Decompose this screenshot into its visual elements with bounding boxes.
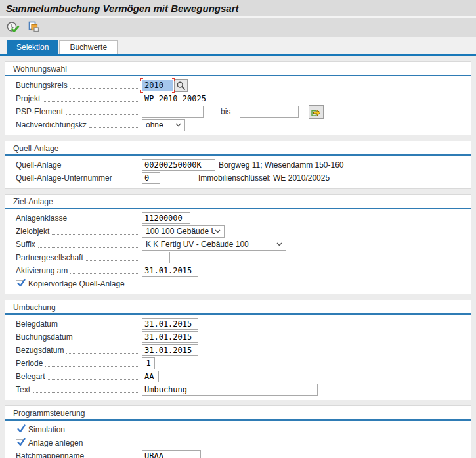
- suffix-select[interactable]: K K Fertig UV - Gebäude 100: [142, 239, 286, 251]
- field-row-projekt: Projekt: [16, 92, 471, 105]
- simulation-checkbox[interactable]: [16, 426, 24, 434]
- focus-corner: [140, 78, 143, 81]
- chevron-down-icon: [276, 242, 282, 246]
- tab-selektion-label: Selektion: [16, 43, 49, 52]
- unternummer-input[interactable]: [142, 172, 160, 184]
- field-row-quell-anlage-unternummer: Quell-Anlage-Unternummer Immobilienschlü…: [16, 172, 471, 185]
- field-row-aktivierung-am: Aktivierung am: [16, 264, 471, 277]
- bezugsdatum-label: Bezugsdatum: [16, 346, 64, 357]
- search-icon: [176, 81, 186, 91]
- dotted-leader: [66, 114, 139, 115]
- execute-icon: [6, 20, 20, 34]
- dotted-leader: [45, 366, 139, 367]
- focus-corner: [172, 78, 175, 81]
- aktivierung-am-input[interactable]: [142, 265, 198, 277]
- text-input[interactable]: [142, 384, 318, 396]
- nachverdichtungskz-value: ohne: [146, 120, 163, 129]
- text-label: Text: [16, 385, 30, 396]
- multiple-selection-icon: [311, 106, 322, 118]
- dotted-leader: [66, 353, 139, 354]
- chevron-down-icon: [175, 123, 181, 127]
- quell-anlage-input[interactable]: [142, 159, 215, 171]
- quell-anlage-label: Quell-Anlage: [16, 160, 61, 172]
- chevron-down-icon: [215, 229, 221, 233]
- field-row-periode: Periode: [16, 357, 471, 370]
- section-title-programmsteuerung: Programmsteuerung: [5, 406, 471, 421]
- belegdatum-input[interactable]: [142, 318, 198, 330]
- field-row-bezugsdatum: Bezugsdatum: [16, 344, 471, 357]
- selection-screen: Wohnungswahl Buchungskreis: [0, 56, 476, 458]
- dotted-leader: [38, 247, 139, 248]
- dotted-leader: [89, 127, 139, 128]
- field-row-buchungskreis: Buchungskreis: [16, 79, 471, 92]
- nachverdichtungskz-select[interactable]: ohne: [142, 119, 185, 131]
- field-row-quell-anlage: Quell-Anlage Borgweg 11; Wiesendamm 150-…: [16, 158, 471, 172]
- tab-buchwerte[interactable]: Buchwerte: [59, 40, 118, 54]
- section-umbuchung: Umbuchung Belegdatum Buchungsdatum Bezug…: [5, 300, 471, 400]
- belegart-input[interactable]: [142, 371, 159, 382]
- field-row-psp-element: PSP-Element bis: [16, 105, 471, 118]
- execute-button[interactable]: [5, 20, 20, 35]
- dotted-leader: [33, 392, 139, 393]
- buchungsdatum-label: Buchungsdatum: [16, 332, 73, 344]
- unternummer-label: Quell-Anlage-Unternummer: [16, 173, 112, 185]
- field-row-anlagenklasse: Anlagenklasse: [16, 212, 471, 225]
- suffix-value: K K Fertig UV - Gebäude 100: [146, 240, 249, 249]
- field-row-text: Text: [16, 383, 471, 396]
- field-row-suffix: Suffix K K Fertig UV - Gebäude 100: [16, 238, 471, 251]
- partnergesellschaft-input[interactable]: [142, 252, 170, 263]
- belegart-label: Belegart: [16, 372, 45, 383]
- anlagenklasse-label: Anlagenklasse: [16, 214, 67, 225]
- anlagenklasse-input[interactable]: [142, 212, 190, 224]
- tab-selektion[interactable]: Selektion: [7, 40, 58, 54]
- focus-corner: [140, 90, 143, 93]
- field-row-buchungsdatum: Buchungsdatum: [16, 331, 471, 344]
- dotted-leader: [115, 181, 139, 181]
- section-title-wohnungswahl: Wohnungswahl: [5, 62, 471, 76]
- tab-strip: Selektion Buchwerte: [0, 37, 476, 56]
- dotted-leader: [76, 340, 139, 340]
- field-row-partnergesellschaft: Partnergesellschaft: [16, 251, 471, 264]
- page-title: Sammelumbuchung Vermögen mit Bewegungsar…: [6, 3, 239, 14]
- section-title-ziel-anlage: Ziel-Anlage: [5, 195, 471, 209]
- anlage-anlegen-label: Anlage anlegen: [28, 438, 83, 447]
- bezugsdatum-input[interactable]: [142, 344, 198, 356]
- projekt-input[interactable]: [142, 93, 219, 104]
- periode-label: Periode: [16, 359, 43, 370]
- quell-anlage-description: Borgweg 11; Wiesendamm 150-160: [219, 160, 344, 170]
- window-titlebar: Sammelumbuchung Vermögen mit Bewegungsar…: [0, 0, 476, 18]
- zielobjekt-select[interactable]: 100 100 Gebäude UV: [142, 225, 225, 238]
- anlage-anlegen-checkbox[interactable]: [16, 439, 24, 447]
- periode-input[interactable]: [142, 357, 155, 369]
- section-programmsteuerung: Programmsteuerung Simulation Anlage anle…: [5, 405, 471, 458]
- immobilienschluessel-text: Immobilienschlüssel: WE 2010/20025: [198, 173, 330, 183]
- belegdatum-label: Belegdatum: [16, 319, 58, 331]
- section-ziel-anlage: Ziel-Anlage Anlagenklasse Zielobjekt 100…: [5, 194, 471, 294]
- section-wohnungswahl: Wohnungswahl Buchungskreis: [5, 61, 471, 135]
- application-toolbar: [0, 18, 476, 37]
- simulation-label: Simulation: [28, 425, 65, 434]
- zielobjekt-value: 100 100 Gebäude UV: [146, 227, 215, 236]
- dotted-leader: [64, 168, 139, 168]
- dotted-leader: [48, 379, 139, 380]
- batchmappenname-input[interactable]: [142, 450, 201, 458]
- checkbox-row-anlage-anlegen: Anlage anlegen: [16, 436, 471, 449]
- psp-element-from-input[interactable]: [142, 106, 204, 118]
- search-help-button[interactable]: [174, 79, 188, 92]
- get-variant-button[interactable]: [26, 20, 41, 35]
- checkbox-row-kopiervorlage: Kopiervorlage Quell-Anlage: [16, 277, 471, 290]
- field-row-belegdatum: Belegdatum: [16, 317, 471, 331]
- section-quell-anlage: Quell-Anlage Quell-Anlage Borgweg 11; Wi…: [5, 141, 471, 189]
- kopiervorlage-checkbox[interactable]: [16, 280, 24, 288]
- field-row-zielobjekt: Zielobjekt 100 100 Gebäude UV: [16, 225, 471, 238]
- aktivierung-am-label: Aktivierung am: [16, 266, 68, 277]
- nachverdichtungskz-label: Nachverdichtungskz: [16, 120, 87, 131]
- buchungsdatum-input[interactable]: [142, 331, 198, 343]
- psp-element-to-input[interactable]: [240, 106, 299, 118]
- buchungskreis-input[interactable]: [142, 80, 173, 91]
- batchmappenname-label: Batchmappenname: [16, 451, 84, 458]
- dotted-leader: [52, 234, 139, 235]
- buchungskreis-focus-frame: [142, 80, 173, 91]
- multiple-selection-button[interactable]: [309, 105, 324, 119]
- dotted-leader: [86, 260, 139, 261]
